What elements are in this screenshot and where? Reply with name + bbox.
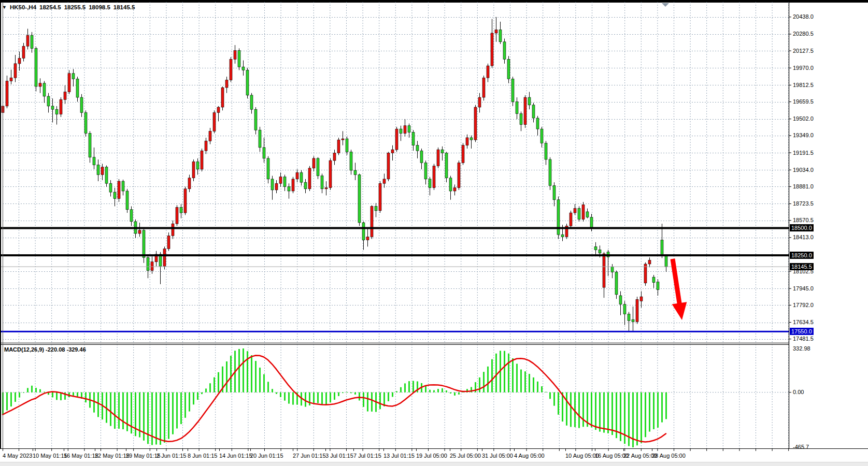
bear-candle xyxy=(242,67,245,70)
macd-histogram-bar xyxy=(636,392,638,446)
bull-candle xyxy=(221,88,224,107)
macd-layer xyxy=(0,348,789,447)
bear-candle xyxy=(623,304,626,314)
macd-histogram-bar xyxy=(168,392,169,439)
bull-candle xyxy=(163,249,166,266)
bull-candle xyxy=(188,178,191,189)
bear-candle xyxy=(89,133,91,157)
macd-histogram-bar xyxy=(520,370,522,392)
time-axis-label: 4 Aug 05:00 xyxy=(514,453,545,459)
bull-candle xyxy=(184,189,187,213)
bull-candle xyxy=(167,236,170,249)
bull-candle xyxy=(640,297,643,301)
macd-histogram-bar xyxy=(549,392,551,399)
macd-histogram-bar xyxy=(595,392,596,430)
macd-histogram-bar xyxy=(172,392,174,434)
macd-histogram-bar xyxy=(442,388,443,392)
time-axis-label: 16 May 01:15 xyxy=(64,453,98,459)
macd-histogram-bar xyxy=(19,392,20,398)
macd-indicator-label: MACD(12,26,9) -220.08 -329.46 xyxy=(4,346,86,353)
macd-histogram-bar xyxy=(284,392,286,401)
chart-canvas[interactable] xyxy=(0,0,868,466)
macd-histogram-bar xyxy=(665,392,667,419)
bear-candle xyxy=(113,192,116,199)
bear-candle xyxy=(507,59,510,79)
price-axis-label: 19034.0 xyxy=(793,167,814,173)
bull-candle xyxy=(383,179,386,183)
macd-histogram-bar xyxy=(164,392,165,443)
bear-candle xyxy=(105,167,108,184)
bull-candle xyxy=(296,172,298,179)
bear-candle xyxy=(109,183,112,192)
bull-candle xyxy=(433,166,435,188)
bear-candle xyxy=(143,230,145,258)
price-axis-label: 19659.5 xyxy=(793,98,814,105)
price-axis-label: 20127.5 xyxy=(793,48,814,54)
symbol-dropdown-icon[interactable]: ▼ xyxy=(2,5,7,10)
macd-histogram-bar xyxy=(197,392,198,400)
bear-candle xyxy=(321,176,323,189)
macd-histogram-bar xyxy=(504,351,505,392)
macd-histogram-bar xyxy=(259,368,261,392)
macd-histogram-bar xyxy=(110,392,111,426)
macd-histogram-bar xyxy=(412,381,414,392)
bear-candle xyxy=(122,181,124,191)
bear-candle xyxy=(47,96,50,106)
macd-signal-value: -329.46 xyxy=(66,346,86,353)
bear-candle xyxy=(354,170,357,174)
panel-frame-layer xyxy=(0,2,868,451)
bear-candle xyxy=(317,158,319,176)
time-axis-label: 10 May 01:15 xyxy=(33,453,67,459)
macd-histogram-bar xyxy=(425,386,426,392)
macd-histogram-bar xyxy=(388,392,389,401)
bear-candle xyxy=(246,70,249,95)
macd-histogram-bar xyxy=(126,392,128,431)
macd-histogram-bar xyxy=(624,392,625,444)
macd-histogram-bar xyxy=(263,374,265,392)
bull-candle xyxy=(101,167,104,175)
level-badge-18500: 18500.0 xyxy=(790,224,814,231)
price-levels-layer[interactable] xyxy=(0,227,789,332)
bull-candle xyxy=(478,97,481,107)
bull-candle xyxy=(329,161,332,188)
ohlc-close: 18145.5 xyxy=(113,4,135,10)
symbol-name: HK50-,H4 xyxy=(10,4,36,10)
bear-candle xyxy=(196,162,199,169)
bull-candle xyxy=(437,150,439,166)
macd-axis-max: 332.98 xyxy=(793,345,810,352)
bull-candle xyxy=(118,181,120,199)
macd-histogram-bar xyxy=(578,392,580,428)
price-axis-label: 20280.5 xyxy=(793,31,814,37)
bull-candle xyxy=(14,64,17,78)
macd-histogram-bar xyxy=(454,392,456,396)
bull-candle xyxy=(366,237,369,240)
macd-histogram-bar xyxy=(276,392,277,394)
macd-histogram-bar xyxy=(93,392,95,413)
bull-candle xyxy=(458,163,460,187)
macd-histogram-bar xyxy=(404,383,406,392)
bull-candle xyxy=(337,140,340,153)
price-axis-label: 20438.0 xyxy=(793,13,814,20)
time-axis-label: 10 Aug 05:00 xyxy=(565,453,599,459)
level-badge-17550: 17550.0 xyxy=(790,328,814,335)
macd-histogram-bar xyxy=(533,377,534,392)
macd-histogram-bar xyxy=(122,392,124,429)
bear-candle xyxy=(528,97,531,105)
bull-candle xyxy=(325,188,328,189)
macd-histogram-bar xyxy=(396,391,397,392)
bear-candle xyxy=(429,179,431,188)
macd-histogram-bar xyxy=(214,377,215,392)
bull-candle xyxy=(217,107,220,113)
macd-axis-zero: 0.00 xyxy=(793,389,804,396)
macd-histogram-bar xyxy=(611,392,613,435)
bear-candle xyxy=(238,51,240,67)
macd-histogram-bar xyxy=(491,359,493,392)
macd-histogram-bar xyxy=(437,389,439,392)
macd-histogram-bar xyxy=(292,392,294,405)
bear-candle xyxy=(51,106,54,109)
macd-histogram-bar xyxy=(6,392,8,411)
bear-candle xyxy=(412,132,415,145)
bull-candle xyxy=(474,107,477,140)
bear-candle xyxy=(632,319,634,322)
bull-candle xyxy=(387,153,390,179)
